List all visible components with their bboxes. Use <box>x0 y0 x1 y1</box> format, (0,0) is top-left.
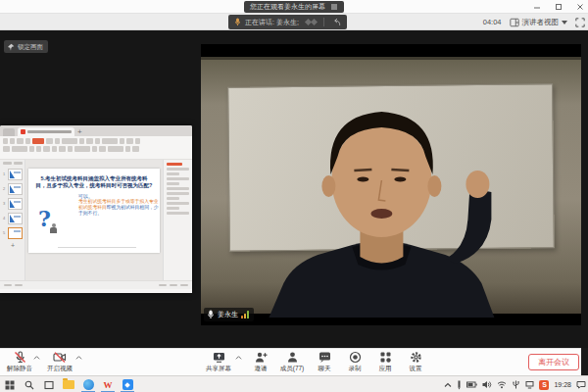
input-method-icon[interactable]: S <box>539 380 549 390</box>
meeting-app-icon <box>122 379 133 390</box>
share-screen-icon <box>213 351 225 364</box>
speaking-indicator: 正在讲话: 姜永生; <box>228 15 347 29</box>
slide-thumbnail: 2 <box>3 183 23 195</box>
watching-banner: 您正在观看姜永生的屏幕 <box>244 1 344 13</box>
figure-graphic <box>50 223 57 233</box>
close-icon[interactable] <box>576 3 584 11</box>
slide-thumbnail: 4 <box>3 213 23 224</box>
screen-edge-strip <box>581 348 588 375</box>
display-tray-icon[interactable] <box>525 380 534 389</box>
settings-gear-icon <box>410 351 422 364</box>
unmute-button[interactable]: 解除静音 <box>3 351 36 373</box>
participant-mic-icon <box>207 310 215 319</box>
start-video-button[interactable]: 开启视频 <box>43 351 76 373</box>
camera-off-icon <box>53 351 67 364</box>
meeting-app-button[interactable] <box>118 377 137 392</box>
window-controls <box>533 0 584 14</box>
question-mark-graphic: ? <box>38 206 51 231</box>
members-label: 成员(77) <box>280 365 305 373</box>
watching-banner-label: 您正在观看姜永生的屏幕 <box>250 1 325 13</box>
share-options-chevron[interactable] <box>235 355 242 361</box>
slide-title: 5.考生初试统考科目涵盖拟入专业所有统考科 目，且多于拟入专业，统考科目时可否视… <box>33 175 155 189</box>
invite-icon <box>255 351 268 364</box>
speaking-mic-icon <box>234 18 241 26</box>
wps-document-tab <box>18 127 74 136</box>
video-options-chevron[interactable] <box>75 355 82 361</box>
wps-icon: W <box>104 380 113 390</box>
task-view-icon <box>44 380 54 390</box>
start-video-label: 开启视频 <box>47 365 73 373</box>
share-screen-label: 共享屏幕 <box>206 365 231 373</box>
wps-status-bar <box>0 280 192 289</box>
action-center-icon[interactable] <box>576 380 586 389</box>
minimize-icon[interactable] <box>533 3 541 11</box>
status-bar: 正在讲话: 姜永生; 04:04 演讲者视图 <box>0 14 588 30</box>
wps-home-tab <box>3 128 15 136</box>
mic-options-chevron[interactable] <box>33 355 40 361</box>
wps-slide-canvas: 5.考生初试统考科目涵盖拟入专业所有统考科 目，且多于拟入专业，统考科目时可否视… <box>25 160 163 280</box>
wps-ribbon-accent-button <box>32 138 44 144</box>
tray-expand-chevron[interactable] <box>444 382 452 388</box>
network-tray-icon[interactable] <box>497 380 507 389</box>
apps-label: 应用 <box>379 365 392 373</box>
view-mode-label: 演讲者视图 <box>522 18 560 27</box>
invite-button[interactable]: 邀请 <box>244 351 277 373</box>
wps-button[interactable]: W <box>98 377 118 392</box>
apps-button[interactable]: 应用 <box>368 351 402 373</box>
pin-view-button[interactable]: 锁定画面 <box>4 40 48 53</box>
meeting-app-window: 您正在观看姜永生的屏幕 正在讲话: 姜永生; 04:04 演讲者视图 <box>0 0 588 392</box>
members-button[interactable]: 成员(77) <box>275 351 309 373</box>
participant-name: 姜永生 <box>218 310 238 319</box>
speaking-label: 正在讲话: 姜永生; <box>245 15 299 29</box>
meeting-timer: 04:04 <box>483 18 502 26</box>
file-explorer-button[interactable] <box>59 377 78 392</box>
mic-muted-icon <box>14 351 26 364</box>
slide-thumbnail: 3 <box>3 198 23 210</box>
wps-slide-panel: 1 2 3 4 5 + <box>0 160 25 280</box>
fullscreen-icon[interactable] <box>575 18 585 27</box>
speaker-video-feed: 姜永生 <box>201 44 581 325</box>
slide-divider <box>58 247 136 248</box>
chat-label: 聊天 <box>318 365 331 373</box>
record-icon <box>349 351 362 364</box>
start-button[interactable] <box>0 377 20 392</box>
chevron-down-icon <box>562 21 567 24</box>
invite-label: 邀请 <box>255 365 268 373</box>
folder-icon <box>63 380 74 389</box>
share-screen-button[interactable]: 共享屏幕 <box>202 351 235 373</box>
pin-label: 锁定画面 <box>18 40 43 53</box>
windows-logo-icon <box>5 380 15 390</box>
volume-tray-icon[interactable] <box>482 380 492 389</box>
slide-body: 可以。 考生初试统考科目多于或等于拟入专业初试统考科目即视为初试科目相同，少于则… <box>78 193 155 217</box>
slide-thumbnail-current: 5 <box>3 227 23 239</box>
battery-tray-icon[interactable] <box>466 381 477 388</box>
browser-button[interactable] <box>78 377 98 392</box>
pen-tray-icon[interactable] <box>457 380 462 390</box>
taskbar-clock[interactable]: 19:28 <box>554 381 571 388</box>
record-button[interactable]: 录制 <box>338 351 371 373</box>
windows-taskbar: W S 19:28 <box>0 375 588 392</box>
browser-icon <box>83 379 94 390</box>
meeting-logo-icon <box>306 20 317 24</box>
wps-tab-bar: + <box>0 125 192 136</box>
menu-icon[interactable] <box>330 3 338 11</box>
chat-button[interactable]: 聊天 <box>308 351 341 373</box>
maximize-icon[interactable] <box>555 3 563 11</box>
settings-button[interactable]: 设置 <box>399 351 432 373</box>
collapse-arrow-icon[interactable] <box>331 18 341 26</box>
leave-meeting-button[interactable]: 离开会议 <box>528 354 579 370</box>
taskbar-search-button[interactable] <box>20 377 39 392</box>
slide-thumbnail: 1 <box>3 169 23 180</box>
wall-ceiling-line <box>201 57 581 60</box>
shared-screen-area: 锁定画面 + 1 2 3 <box>0 30 588 348</box>
members-icon <box>286 351 299 364</box>
usb-tray-icon[interactable] <box>512 380 520 389</box>
wps-right-panel <box>163 160 192 280</box>
record-label: 录制 <box>349 365 362 373</box>
search-icon <box>24 380 34 390</box>
wps-new-slide-button: + <box>3 242 23 249</box>
settings-label: 设置 <box>410 365 422 373</box>
shared-wps-window: + 1 2 3 4 5 + <box>0 125 192 293</box>
view-mode-button[interactable]: 演讲者视图 <box>510 18 568 27</box>
task-view-button[interactable] <box>39 377 59 392</box>
